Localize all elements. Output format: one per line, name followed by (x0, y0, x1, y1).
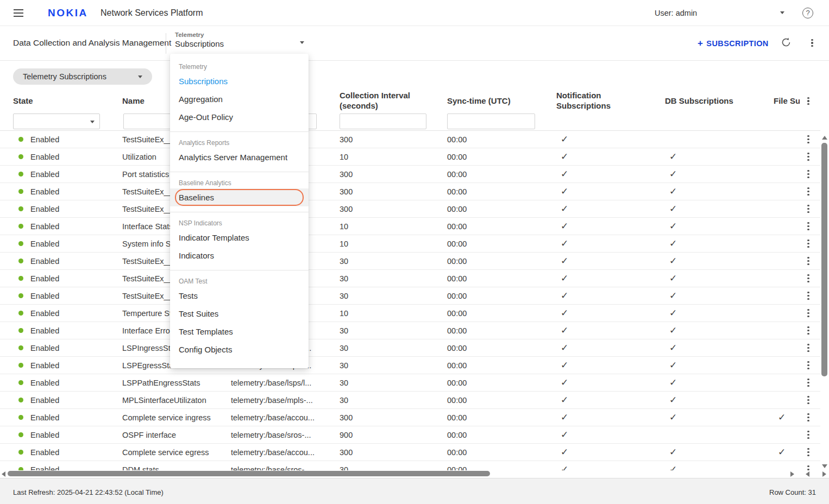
menu-item-test-templates[interactable]: Test Templates (170, 323, 309, 341)
vertical-scrollbar[interactable] (821, 134, 828, 471)
pinned-scroll-left-icon[interactable] (806, 471, 809, 477)
table-row[interactable]: EnabledDDM statstelemetry:/base/sros-...… (0, 461, 820, 470)
scroll-right-icon[interactable] (790, 471, 794, 477)
menu-section-header: Baseline Analytics (170, 174, 309, 188)
table-row[interactable]: EnabledTestSuiteEx__...30000:00✓ (0, 131, 820, 148)
interval-cell: 10 (340, 153, 447, 161)
view-selector-pill[interactable]: Telemetry Subscriptions (13, 68, 152, 85)
help-icon[interactable]: ? (802, 8, 813, 18)
column-header-sync[interactable]: Sync-time (UTC) (447, 96, 556, 106)
row-actions-kebab-icon[interactable] (805, 239, 812, 249)
state-cell: Enabled (13, 222, 122, 231)
column-header-file[interactable]: File Sul (774, 96, 800, 106)
table-row[interactable]: EnabledTestSuiteEx__...3000:00✓✓ (0, 287, 820, 305)
menu-item-indicators[interactable]: Indicators (170, 247, 309, 264)
row-actions-kebab-icon[interactable] (805, 326, 812, 336)
column-header-label: DB Subscriptions (665, 96, 733, 105)
row-actions-kebab-icon[interactable] (805, 413, 812, 423)
scroll-up-icon[interactable] (822, 136, 827, 140)
row-actions-kebab-icon[interactable] (805, 465, 812, 471)
table-row[interactable]: EnabledMPLSinterfaceUtilizatontelemetry:… (0, 392, 820, 409)
column-header-interval[interactable]: Collection Interval (seconds) (340, 91, 447, 111)
row-actions-kebab-icon[interactable] (805, 256, 812, 266)
view-picker-chevron-down-icon[interactable] (300, 41, 304, 44)
table-row[interactable]: EnabledInterface Error...3000:00✓✓ (0, 322, 820, 339)
column-header-label: Name (122, 96, 145, 105)
sync-time-filter-input[interactable] (447, 114, 535, 129)
page-options-kebab-icon[interactable] (808, 38, 816, 48)
column-options-kebab-icon[interactable] (805, 96, 812, 106)
menu-item-aggregation[interactable]: Aggregation (170, 90, 309, 108)
column-header-db[interactable]: DB Subscriptions (665, 96, 774, 106)
vertical-scrollbar-thumb[interactable] (821, 143, 827, 376)
view-picker[interactable]: Telemetry Subscriptions (175, 32, 224, 48)
menu-item-age-out-policy[interactable]: Age-Out Policy (170, 108, 309, 126)
row-actions-kebab-icon[interactable] (805, 152, 812, 162)
table-row[interactable]: EnabledTestSuiteEx__...30000:00✓✓ (0, 200, 820, 218)
hamburger-menu-icon[interactable] (14, 9, 23, 17)
scroll-down-icon[interactable] (822, 464, 827, 468)
row-actions-kebab-icon[interactable] (805, 395, 812, 405)
table-row[interactable]: EnabledTestSuiteEx__...3000:00✓✓ (0, 253, 820, 270)
table-row[interactable]: EnabledUtilization...1000:00✓✓ (0, 148, 820, 166)
row-actions-kebab-icon[interactable] (805, 204, 812, 214)
user-menu-label[interactable]: User: admin (655, 9, 697, 17)
row-actions-kebab-icon[interactable] (805, 430, 812, 440)
notification-subscription-check-icon: ✓ (556, 290, 665, 301)
row-actions-kebab-icon[interactable] (805, 274, 812, 284)
table-row[interactable]: EnabledSystem info St...1000:00✓✓ (0, 235, 820, 253)
object-filter-cell: telemetry:/base/accou... (231, 448, 340, 457)
menu-item-analytics-server-management[interactable]: Analytics Server Management (170, 148, 309, 166)
row-actions-cell (800, 239, 820, 249)
row-actions-kebab-icon[interactable] (805, 291, 812, 301)
scroll-left-icon[interactable] (2, 471, 5, 477)
table-row[interactable]: EnabledPort statistics...30000:00✓✓ (0, 166, 820, 183)
user-menu-chevron-down-icon[interactable] (780, 11, 784, 14)
row-actions-kebab-icon[interactable] (805, 343, 812, 353)
row-actions-kebab-icon[interactable] (805, 361, 812, 370)
table-row[interactable]: EnabledTestSuiteEx__...30000:00✓✓ (0, 183, 820, 200)
interval-cell: 300 (340, 448, 447, 457)
enabled-status-dot (18, 137, 23, 142)
view-picker-category: Telemetry (175, 32, 224, 38)
table-row[interactable]: EnabledTestSuiteEx__...3000:00✓✓ (0, 270, 820, 287)
row-actions-kebab-icon[interactable] (805, 169, 812, 179)
menu-item-indicator-templates[interactable]: Indicator Templates (170, 229, 309, 247)
table-row[interactable]: EnabledInterface Stats...1000:00✓✓ (0, 218, 820, 235)
menu-section-baseline-analytics: Baseline AnalyticsBaselines (170, 172, 309, 212)
state-filter-select[interactable] (13, 114, 100, 129)
table-row[interactable]: EnabledLSPPathEngressStatstelemetry:/bas… (0, 374, 820, 392)
pinned-scroll-right-icon[interactable] (822, 471, 826, 477)
add-subscription-button[interactable]: +SUBSCRIPTION (698, 38, 769, 49)
notification-subscription-check-icon: ✓ (556, 238, 665, 249)
table-row[interactable]: EnabledOSPF interfacetelemetry:/base/sro… (0, 426, 820, 444)
interval-filter-input[interactable] (340, 114, 426, 129)
horizontal-scrollbar-thumb[interactable] (8, 471, 490, 476)
enabled-status-dot (18, 380, 23, 385)
row-actions-kebab-icon[interactable] (805, 222, 812, 231)
table-row[interactable]: EnabledComplete service ingresstelemetry… (0, 409, 820, 426)
row-actions-kebab-icon[interactable] (805, 135, 812, 144)
table-row[interactable]: EnabledLSPEgressStatstelemetry:/base/lsp… (0, 357, 820, 374)
row-actions-kebab-icon[interactable] (805, 308, 812, 318)
sync-time-cell: 00:00 (447, 257, 556, 266)
row-actions-kebab-icon[interactable] (805, 448, 812, 457)
object-filter-cell: telemetry:/base/mpls-... (231, 396, 340, 405)
menu-item-test-suites[interactable]: Test Suites (170, 305, 309, 323)
horizontal-scrollbar[interactable] (0, 470, 829, 477)
view-selector-chevron-down-icon (138, 75, 142, 78)
table-row[interactable]: EnabledComplete service egresstelemetry:… (0, 444, 820, 461)
column-header-state[interactable]: State (13, 96, 122, 106)
table-row[interactable]: EnabledLSPIngressStatstelemetry:/base/ls… (0, 339, 820, 357)
table-row[interactable]: EnabledTemperture St...1000:00✓✓ (0, 305, 820, 322)
refresh-icon[interactable] (781, 37, 792, 48)
row-actions-cell (800, 222, 820, 231)
menu-item-config-objects[interactable]: Config Objects (170, 341, 309, 358)
menu-item-tests[interactable]: Tests (170, 287, 309, 305)
row-actions-kebab-icon[interactable] (805, 187, 812, 197)
row-actions-kebab-icon[interactable] (805, 378, 812, 388)
menu-item-subscriptions[interactable]: Subscriptions (170, 72, 309, 90)
menu-item-baselines[interactable]: Baselines (170, 188, 309, 206)
interval-cell: 30 (340, 396, 447, 405)
column-header-notif[interactable]: Notification Subscriptions (556, 91, 665, 111)
